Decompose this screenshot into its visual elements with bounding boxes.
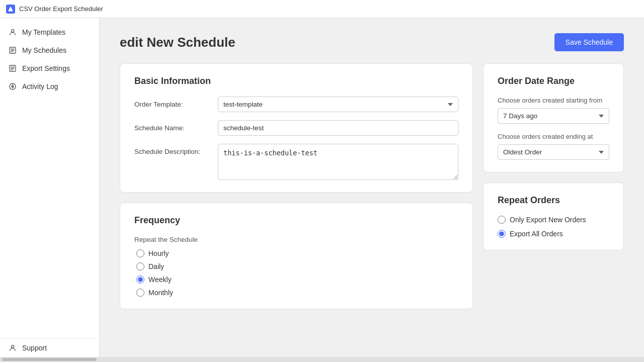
main-content: edit New Schedule Save Schedule Basic In… (100, 18, 644, 357)
only-new-orders-radio[interactable] (498, 216, 506, 224)
right-column: Order Date Range Choose orders created s… (483, 63, 624, 309)
app-icon (6, 5, 15, 14)
frequency-weekly-label: Weekly (148, 276, 172, 284)
frequency-title: Frequency (134, 215, 458, 226)
sidebar-item-my-templates-label: My Templates (22, 28, 65, 36)
svg-point-0 (11, 30, 14, 32)
person-icon (8, 28, 17, 37)
sidebar-item-my-schedules-label: My Schedules (22, 46, 66, 54)
scrollbar-thumb[interactable] (2, 358, 97, 361)
repeat-orders-radio-group: Only Export New Orders Export All Orders (498, 216, 609, 238)
svg-point-10 (11, 345, 14, 348)
sidebar: My Templates My Schedules Export Setting… (0, 18, 100, 357)
sidebar-item-export-settings-label: Export Settings (22, 64, 70, 72)
order-date-range-card: Order Date Range Choose orders created s… (483, 63, 624, 172)
horizontal-scrollbar[interactable] (0, 357, 644, 362)
schedule-name-input[interactable] (218, 120, 458, 136)
frequency-radio-group: Hourly Daily Weekly Monthly (134, 249, 458, 297)
list-icon-2 (8, 64, 17, 73)
frequency-daily-label: Daily (148, 262, 164, 270)
schedule-name-row: Schedule Name: (134, 120, 458, 136)
frequency-hourly-radio[interactable] (136, 249, 144, 257)
repeat-label: Repeat the Schedule (134, 236, 458, 243)
order-template-label: Order Template: (134, 97, 210, 108)
sidebar-item-export-settings[interactable]: Export Settings (0, 59, 99, 77)
starting-select[interactable]: 7 Days ago 14 Days ago 30 Days ago 60 Da… (498, 108, 609, 124)
sidebar-item-my-schedules[interactable]: My Schedules (0, 41, 99, 59)
layout: My Templates My Schedules Export Setting… (0, 18, 644, 357)
list-icon (8, 46, 17, 55)
basic-info-title: Basic Information (134, 76, 458, 86)
content-grid: Basic Information Order Template: test-t… (120, 63, 624, 309)
frequency-daily[interactable]: Daily (136, 262, 458, 270)
page-title: edit New Schedule (120, 35, 235, 50)
frequency-monthly[interactable]: Monthly (136, 289, 458, 297)
frequency-hourly-label: Hourly (148, 249, 169, 257)
frequency-daily-radio[interactable] (136, 262, 144, 270)
order-template-row: Order Template: test-template template-2… (134, 97, 458, 112)
export-all-orders[interactable]: Export All Orders (498, 230, 609, 238)
ending-label: Choose orders created ending at (498, 133, 609, 140)
schedule-description-label: Schedule Description: (134, 144, 210, 155)
header-row: edit New Schedule Save Schedule (120, 33, 624, 51)
sidebar-bottom: Support (0, 338, 99, 357)
frequency-monthly-radio[interactable] (136, 289, 144, 297)
order-date-range-title: Order Date Range (498, 76, 609, 86)
ending-select[interactable]: Oldest Order Newest Order (498, 144, 609, 160)
frequency-monthly-label: Monthly (148, 289, 173, 297)
order-template-select[interactable]: test-template template-2 template-3 (218, 97, 458, 112)
sidebar-item-activity-log-label: Activity Log (22, 82, 58, 90)
schedule-description-row: Schedule Description: this-is-a-schedule… (134, 144, 458, 180)
basic-info-card: Basic Information Order Template: test-t… (120, 63, 473, 193)
only-new-orders[interactable]: Only Export New Orders (498, 216, 609, 224)
export-all-orders-label: Export All Orders (510, 230, 563, 238)
sidebar-item-activity-log[interactable]: Activity Log (0, 77, 99, 96)
circle-dollar-icon (8, 82, 17, 91)
schedule-description-input[interactable]: this-is-a-schedule-test (218, 144, 458, 180)
sidebar-item-support[interactable]: Support (0, 339, 99, 357)
sidebar-item-support-label: Support (22, 344, 47, 352)
export-all-orders-radio[interactable] (498, 230, 506, 238)
repeat-orders-card: Repeat Orders Only Export New Orders Exp… (483, 183, 624, 250)
sidebar-item-my-templates[interactable]: My Templates (0, 23, 99, 41)
starting-label: Choose orders created starting from (498, 97, 609, 104)
frequency-card: Frequency Repeat the Schedule Hourly Dai… (120, 203, 473, 309)
top-bar: CSV Order Export Scheduler (0, 0, 644, 18)
schedule-name-label: Schedule Name: (134, 120, 210, 132)
left-column: Basic Information Order Template: test-t… (120, 63, 473, 309)
app-title: CSV Order Export Scheduler (19, 5, 103, 13)
frequency-hourly[interactable]: Hourly (136, 249, 458, 257)
person-icon-2 (8, 343, 17, 352)
repeat-orders-title: Repeat Orders (498, 195, 609, 206)
frequency-weekly[interactable]: Weekly (136, 276, 458, 284)
frequency-weekly-radio[interactable] (136, 276, 144, 284)
save-schedule-button[interactable]: Save Schedule (554, 33, 624, 51)
only-new-orders-label: Only Export New Orders (510, 216, 586, 224)
